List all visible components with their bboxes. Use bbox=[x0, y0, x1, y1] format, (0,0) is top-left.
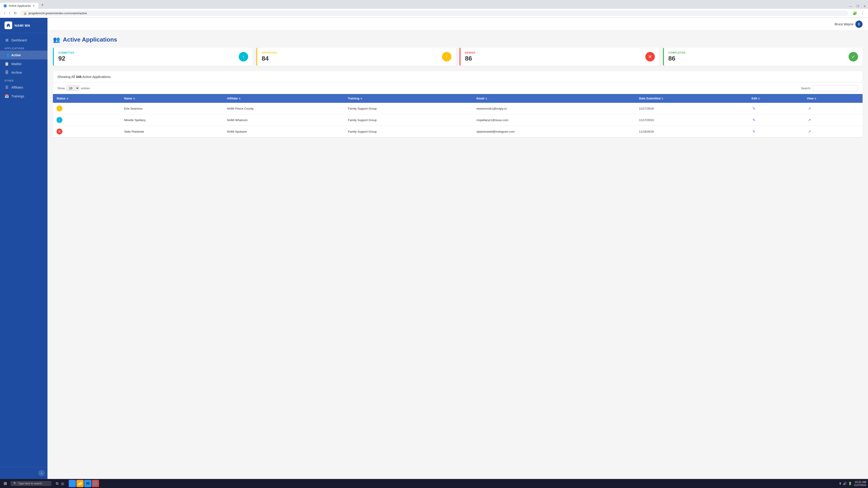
col-header-status[interactable]: Status⇅ bbox=[53, 94, 121, 103]
user-name: Bruce Wayne bbox=[835, 22, 854, 26]
taskbar-app-chrome[interactable]: 🌐 bbox=[69, 480, 76, 487]
browser-actions: 🧩 ⋮ bbox=[852, 10, 865, 16]
start-button[interactable]: ⊞ bbox=[2, 480, 9, 487]
clock-time: 10:21 AM bbox=[854, 481, 866, 484]
clock-date: 11/27/2019 bbox=[854, 484, 866, 486]
cell-status-0: ! bbox=[53, 103, 121, 114]
tab-close-button[interactable]: ✕ bbox=[33, 4, 35, 7]
page-title: Active Applications bbox=[63, 36, 117, 43]
col-header-training[interactable]: Training⇅ bbox=[344, 94, 473, 103]
sidebar-item-affiliates[interactable]: ☰ Affiliates bbox=[0, 83, 48, 92]
url-box[interactable]: 🔒 jengelbrecht.greenriverdev.com/unami/a… bbox=[20, 10, 848, 16]
active-tab[interactable]: Active Applicants ✕ bbox=[0, 3, 38, 9]
sort-arrows-training: ⇅ bbox=[360, 97, 362, 100]
cell-status-2: ✕ bbox=[53, 126, 121, 137]
speaker-icon: 🔊 bbox=[843, 482, 847, 485]
sidebar-collapse-button[interactable]: ‹ bbox=[38, 470, 45, 476]
table-body: ! Erie Seamons NAMI Pierce County Family… bbox=[53, 103, 863, 137]
table-heading: Showing All 348 Active Applications bbox=[53, 71, 863, 83]
stat-icon-submitted: ↑ bbox=[239, 52, 248, 61]
search-input[interactable] bbox=[813, 85, 858, 91]
cortana-icon[interactable]: ◎ bbox=[60, 481, 65, 487]
sidebar-collapse-section: ‹ bbox=[0, 467, 48, 479]
sort-arrows-view: ⇅ bbox=[814, 97, 816, 100]
edit-button-2[interactable]: ✎ bbox=[752, 129, 756, 134]
taskbar-icons: ⧉ ◎ bbox=[53, 481, 67, 487]
cell-name-1: Minette Spellacy bbox=[121, 114, 223, 126]
sidebar-item-dashboard[interactable]: ⊞ Dashboard bbox=[0, 36, 48, 44]
cell-edit-1[interactable]: ✎ bbox=[748, 114, 803, 126]
window-controls: — ❐ ✕ bbox=[847, 4, 868, 9]
cell-training-2: Family Support Group bbox=[344, 126, 473, 137]
show-entries-control: Show 10 25 50 100 entries bbox=[57, 86, 90, 91]
stat-icon-approved: ! bbox=[442, 52, 452, 61]
new-tab-button[interactable]: + bbox=[38, 1, 46, 9]
cell-date-0: 11/17/2019 bbox=[636, 103, 748, 114]
sort-arrows-affiliate: ⇅ bbox=[239, 97, 241, 100]
extensions-icon[interactable]: 🧩 bbox=[852, 10, 858, 16]
stat-label-denied: DENIED bbox=[465, 51, 475, 54]
stat-value-denied: 86 bbox=[465, 55, 475, 62]
col-header-name[interactable]: Name⇅ bbox=[121, 94, 223, 103]
view-button-0[interactable]: ↗ bbox=[807, 106, 812, 111]
taskbar-search-label: Type here to search bbox=[18, 482, 42, 485]
taskbar: ⊞ 🔍 Type here to search ⧉ ◎ 🌐 📁 ✉ 🌐 ⬆ 🔊 … bbox=[0, 479, 868, 488]
stat-card-completed: COMPLETED 86 ✓ bbox=[663, 48, 863, 66]
logo-text: NAMI WA bbox=[14, 24, 30, 27]
col-header-date[interactable]: Date Submitted⇅ bbox=[636, 94, 748, 103]
back-button[interactable]: ‹ bbox=[3, 10, 6, 16]
cell-edit-2[interactable]: ✎ bbox=[748, 126, 803, 137]
col-header-email[interactable]: Email⇅ bbox=[473, 94, 636, 103]
edit-button-0[interactable]: ✎ bbox=[752, 106, 756, 111]
minimize-button[interactable]: — bbox=[847, 4, 854, 9]
cell-edit-0[interactable]: ✎ bbox=[748, 103, 803, 114]
entries-select[interactable]: 10 25 50 100 bbox=[67, 86, 79, 91]
cell-training-1: Family Support Group bbox=[344, 114, 473, 126]
col-header-affiliate[interactable]: Affiliate⇅ bbox=[223, 94, 344, 103]
address-bar: ‹ › ↻ 🔒 jengelbrecht.greenriverdev.com/u… bbox=[0, 9, 868, 18]
table-section: Showing All 348 Active Applications Show… bbox=[53, 71, 863, 137]
reload-button[interactable]: ↻ bbox=[12, 10, 18, 16]
cell-email-2: splaistoweid@instagram.com bbox=[473, 126, 636, 137]
taskbar-app-folder[interactable]: 📁 bbox=[76, 480, 84, 487]
search-box: Search: bbox=[801, 85, 858, 91]
cell-view-1[interactable]: ↗ bbox=[803, 114, 863, 126]
taskbar-app-chrome2[interactable]: 🌐 bbox=[92, 480, 99, 487]
page-title-section: 👥 Active Applications bbox=[53, 36, 863, 43]
cell-view-2[interactable]: ↗ bbox=[803, 126, 863, 137]
sidebar-item-label-affiliates: Affiliates bbox=[11, 86, 23, 89]
other-section-label: OTHER bbox=[0, 77, 48, 83]
sort-arrows-email: ⇅ bbox=[485, 97, 487, 100]
sort-arrows-date: ⇅ bbox=[661, 97, 663, 100]
sidebar-item-trainings[interactable]: 📅 Trainings bbox=[0, 92, 48, 101]
cell-affiliate-2: NAMI Spokane bbox=[223, 126, 344, 137]
taskbar-search[interactable]: 🔍 Type here to search bbox=[11, 481, 51, 486]
menu-icon[interactable]: ⋮ bbox=[860, 10, 865, 16]
edit-button-1[interactable]: ✎ bbox=[752, 118, 756, 123]
col-header-edit[interactable]: Edit⇅ bbox=[748, 94, 803, 103]
sidebar-item-active[interactable]: 👥 Active bbox=[0, 51, 48, 59]
stat-label-completed: COMPLETED bbox=[669, 51, 686, 54]
maximize-button[interactable]: ❐ bbox=[854, 4, 861, 9]
task-view-icon[interactable]: ⧉ bbox=[55, 481, 59, 487]
top-header: Bruce Wayne B bbox=[48, 18, 868, 31]
view-button-1[interactable]: ↗ bbox=[807, 118, 812, 123]
forward-button[interactable]: › bbox=[7, 10, 11, 16]
taskbar-app-mail[interactable]: ✉ bbox=[84, 480, 91, 487]
close-button[interactable]: ✕ bbox=[861, 4, 868, 9]
stat-info-denied: DENIED 86 bbox=[465, 51, 475, 62]
sidebar-item-archive[interactable]: 🗄 Archive bbox=[0, 68, 48, 77]
sidebar-item-label-archive: Archive bbox=[11, 71, 22, 74]
view-button-2[interactable]: ↗ bbox=[807, 129, 812, 134]
stat-label-submitted: SUBMITTED bbox=[58, 51, 74, 54]
sort-arrows-name: ⇅ bbox=[133, 97, 135, 100]
col-header-view[interactable]: View⇅ bbox=[803, 94, 863, 103]
table-controls: Show 10 25 50 100 entries Search: bbox=[53, 83, 863, 94]
main-content: Bruce Wayne B 👥 Active Applications SUBM… bbox=[48, 18, 868, 479]
sidebar-item-waitlist[interactable]: 📋 Waitlist bbox=[0, 59, 48, 68]
table-row: ✕ Selie Plaistowe NAMI Spokane Family Su… bbox=[53, 126, 863, 137]
show-label: Show bbox=[57, 87, 65, 90]
cell-view-0[interactable]: ↗ bbox=[803, 103, 863, 114]
status-icon-0: ! bbox=[57, 105, 62, 111]
user-avatar[interactable]: B bbox=[855, 21, 863, 28]
